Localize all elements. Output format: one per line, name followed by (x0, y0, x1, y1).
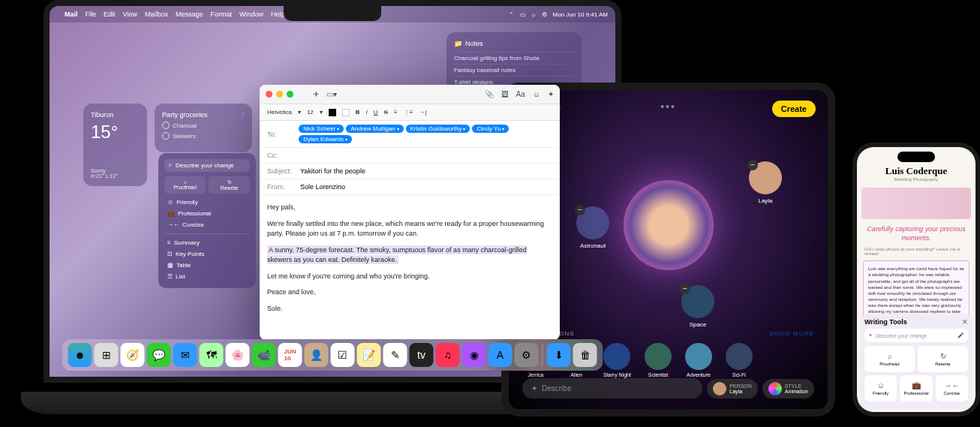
facetime-icon[interactable]: 📹 (252, 343, 276, 367)
contacts-icon[interactable]: 👤 (305, 343, 329, 367)
mail-titlebar[interactable]: ✈ ▭▾ 📎 🖼 Aa ☺ ✦ (260, 85, 560, 104)
suggestion-item[interactable]: Adventure (685, 343, 712, 377)
mail-from-field[interactable]: From: Sole Lorenzino (260, 179, 560, 195)
mail-subject-field[interactable]: Subject: Yakitori for the people (260, 164, 560, 179)
list-option[interactable]: ☰List (164, 271, 250, 282)
photos-icon[interactable]: 🌸 (226, 343, 250, 367)
search-icon[interactable]: ⌕ (532, 11, 536, 18)
menu-file[interactable]: File (86, 11, 97, 18)
bubble-space[interactable]: − Space (681, 285, 714, 328)
professional-option[interactable]: 💼Professional (164, 208, 250, 219)
trash-icon[interactable]: 🗑 (573, 343, 597, 367)
underline-button[interactable]: U (374, 109, 378, 116)
messages-icon[interactable]: 💬 (147, 343, 171, 367)
show-more-button[interactable]: SHOW MORE (769, 330, 814, 337)
sparkle-icon[interactable]: ✦ (548, 90, 554, 98)
menu-mailbox[interactable]: Mailbox (145, 11, 168, 18)
menu-view[interactable]: View (123, 11, 137, 18)
describe-input[interactable]: ✦ Describe your change 🎤 (864, 329, 968, 342)
proofread-button[interactable]: ⌕Proofread (164, 176, 206, 194)
close-icon[interactable]: ✕ (962, 318, 968, 326)
finder-icon[interactable]: ☻ (68, 343, 92, 367)
recipient-chip[interactable]: Nick Scheer (299, 125, 344, 133)
rewrite-button[interactable]: ↻Rewrite (918, 346, 968, 372)
mail-to-field[interactable]: To: Nick Scheer Andrew Mulligan Kristin … (260, 121, 560, 148)
calendar-icon[interactable]: JUN10 (278, 343, 302, 367)
suggestion-item[interactable]: Scientist (645, 343, 672, 377)
bold-button[interactable]: B (356, 109, 360, 116)
battery-icon[interactable]: ▭ (520, 11, 526, 18)
suggestion-item[interactable]: Starry Night (603, 343, 631, 377)
indent-button[interactable]: →| (419, 109, 426, 116)
concise-option[interactable]: →←Concise (164, 219, 250, 230)
downloads-icon[interactable]: ⬇ (547, 343, 571, 367)
recipient-chip[interactable]: Cindy Yu (472, 125, 509, 133)
friendly-option[interactable]: ☺Friendly (164, 197, 250, 208)
mic-icon[interactable]: 🎤 (957, 332, 964, 338)
appstore-icon[interactable]: A (488, 343, 513, 367)
mail-icon[interactable]: ✉ (173, 343, 197, 367)
format-icon[interactable]: Aa (516, 90, 525, 98)
attach-icon[interactable]: 📎 (485, 90, 494, 98)
safari-icon[interactable]: 🧭 (121, 343, 145, 367)
reminders-icon[interactable]: ☑ (331, 343, 355, 367)
main-avatar[interactable] (624, 180, 714, 270)
remove-icon[interactable]: − (747, 160, 758, 170)
freeform-icon[interactable]: ✎ (383, 343, 407, 367)
strike-button[interactable]: S (384, 109, 388, 116)
notes-icon[interactable]: 📝 (357, 343, 381, 367)
wifi-icon[interactable]: ⌃ (509, 11, 514, 18)
suggestion-item[interactable]: Sci-Fi (726, 343, 753, 377)
table-option[interactable]: ▦Table (164, 260, 250, 271)
menubar-app-name[interactable]: Mail (65, 11, 78, 18)
menu-format[interactable]: Format (210, 11, 232, 18)
photo-icon[interactable]: 🖼 (501, 90, 509, 98)
reminder-item[interactable]: Charcoal (162, 122, 245, 129)
color-swatch[interactable] (329, 109, 336, 116)
size-select[interactable]: 12 (307, 109, 314, 116)
align-button[interactable]: ≡ (394, 109, 398, 116)
recipient-chip[interactable]: Dylan Edwards (299, 135, 352, 143)
menubar-datetime[interactable]: Mon Jun 10 9:41 AM (553, 11, 608, 18)
minimize-button[interactable] (276, 91, 283, 98)
create-button[interactable]: Create (772, 101, 816, 117)
note-item[interactable]: Charcoal grilling tips from Shota (454, 52, 574, 64)
control-center-icon[interactable]: ⚙ (542, 11, 547, 18)
recipient-chip[interactable]: Kristin Goldsworthy (406, 125, 470, 133)
menu-window[interactable]: Window (239, 11, 263, 18)
person-tag[interactable]: PERSONLayla (707, 379, 758, 398)
mail-body[interactable]: Hey pals, We're finally settled into the… (260, 195, 560, 327)
more-button[interactable]: ••• (660, 101, 676, 113)
note-item[interactable]: Fantasy baseball notes (454, 64, 574, 76)
tv-icon[interactable]: tv (410, 343, 434, 367)
recipient-chip[interactable]: Andrew Mulligan (346, 125, 403, 133)
remove-icon[interactable]: − (680, 284, 690, 294)
emoji-icon[interactable]: ☺ (533, 90, 540, 98)
professional-button[interactable]: 💼Professional (900, 375, 932, 401)
concise-button[interactable]: →←Concise (936, 375, 968, 401)
describe-input[interactable]: ✦ Describe (522, 378, 702, 398)
style-tag[interactable]: STYLEAnimation (762, 379, 814, 398)
maps-icon[interactable]: 🗺 (200, 343, 224, 367)
menu-edit[interactable]: Edit (104, 11, 116, 18)
weather-widget[interactable]: Tiburon 15° Sunny H:21° L:12° (83, 104, 147, 186)
friendly-button[interactable]: ☺Friendly (864, 375, 897, 401)
music-icon[interactable]: ♫ (436, 343, 460, 367)
close-button[interactable] (266, 91, 272, 98)
launchpad-icon[interactable]: ⊞ (95, 343, 119, 367)
keypoints-option[interactable]: ⊡Key Points (164, 248, 250, 260)
menu-help[interactable]: Help (271, 11, 285, 18)
menu-message[interactable]: Message (176, 11, 203, 18)
reminders-widget[interactable]: Party groceries 3 Charcoal Skewers (155, 104, 252, 152)
font-select[interactable]: Helvetica (267, 109, 292, 116)
summary-option[interactable]: ≡Summary (164, 237, 250, 248)
reminder-item[interactable]: Skewers (162, 132, 245, 140)
remove-icon[interactable]: − (575, 205, 585, 215)
header-toggle-icon[interactable]: ▭▾ (326, 90, 337, 98)
bubble-astronaut[interactable]: − Astronaut (576, 206, 609, 249)
writing-tools-describe-input[interactable]: ✦ Describe your change (164, 159, 250, 172)
maximize-button[interactable] (287, 91, 293, 98)
podcasts-icon[interactable]: ◉ (462, 343, 486, 367)
proofread-button[interactable]: ⌕Proofread (864, 346, 915, 372)
send-icon[interactable]: ✈ (313, 90, 319, 98)
